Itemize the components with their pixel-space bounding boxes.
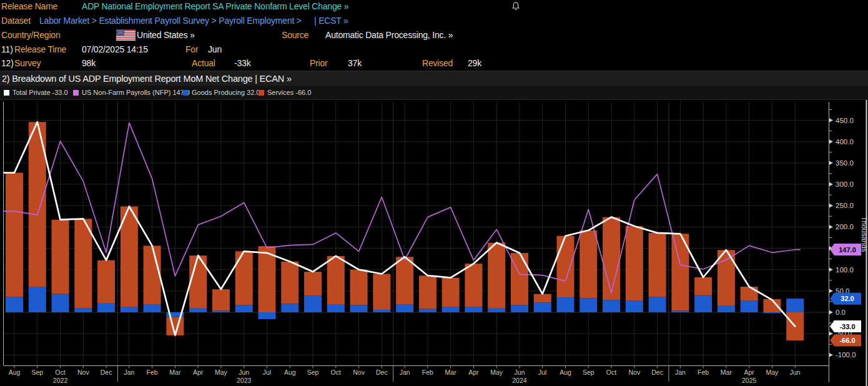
svg-text:300.0: 300.0 — [836, 181, 854, 188]
prior-label: Prior — [310, 58, 328, 68]
dataset-breadcrumb-link[interactable]: Labor Market > Establishment Payroll Sur… — [39, 16, 302, 26]
x-axis: AugSepOctNovDecJanFebMarAprMayJunJulAugS… — [9, 365, 801, 384]
svg-text:Apr: Apr — [193, 369, 204, 376]
source-label: Source — [282, 30, 308, 40]
svg-text:Jul: Jul — [263, 369, 271, 376]
svg-text:May: May — [490, 369, 503, 376]
legend-label-services: Services -66.0 — [267, 89, 311, 96]
svg-text:Feb: Feb — [147, 369, 158, 376]
last-value-badges: 147.032.0-33.0-66.0 — [830, 244, 861, 347]
field-number-11[interactable]: 11) — [1, 44, 13, 54]
country-region-label: Country/Region — [1, 30, 60, 40]
prior-value: 37k — [348, 58, 362, 68]
svg-text:Nov: Nov — [628, 369, 640, 376]
svg-text:Jan: Jan — [124, 369, 134, 376]
release-time-value: 07/02/2025 14:15 — [82, 44, 148, 54]
bloomberg-economic-release-screen: -100.0-50.00.050.0100.0150.0200.0250.030… — [0, 0, 868, 386]
legend-label-goods-producing: Goods Producing 32.0 — [192, 89, 260, 96]
for-label: For — [185, 44, 198, 54]
legend-item-goods-producing[interactable]: Goods Producing 32.0 — [183, 86, 260, 99]
alert-bell-icon[interactable] — [511, 1, 521, 11]
actual-value: -33k — [234, 58, 250, 68]
svg-text:Aug: Aug — [9, 369, 21, 376]
svg-text:Nov: Nov — [77, 369, 89, 376]
svg-text:Oct: Oct — [331, 369, 341, 376]
ecst-link[interactable]: | ECST » — [314, 16, 348, 26]
country-link[interactable]: United States » — [137, 30, 195, 40]
svg-text:Dec: Dec — [376, 369, 388, 376]
chart-section-titlebar: 2) Breakdown of US ADP Employment Report… — [0, 71, 868, 86]
svg-text:Jul: Jul — [538, 369, 546, 376]
release-name-label: Release Name — [1, 1, 57, 11]
release-time-label: Release Time — [14, 44, 66, 54]
svg-text:Dec: Dec — [651, 369, 663, 376]
svg-text:Feb: Feb — [698, 369, 709, 376]
dataset-label: Dataset — [1, 16, 31, 26]
svg-text:147.0: 147.0 — [839, 246, 856, 254]
svg-text:450.0: 450.0 — [836, 117, 854, 124]
svg-text:-100.0: -100.0 — [836, 351, 856, 359]
svg-text:Sep: Sep — [31, 369, 43, 376]
revised-value: 29k — [468, 58, 481, 68]
svg-text:Dec: Dec — [101, 369, 112, 376]
survey-label: Survey — [14, 58, 41, 68]
svg-text:Mar: Mar — [445, 369, 457, 376]
for-value: Jun — [208, 44, 222, 54]
svg-text:Jun: Jun — [790, 369, 801, 376]
svg-text:May: May — [766, 369, 779, 376]
svg-text:350.0: 350.0 — [836, 159, 854, 167]
svg-text:2023: 2023 — [237, 377, 252, 384]
svg-text:Aug: Aug — [560, 369, 571, 376]
svg-text:32.0: 32.0 — [841, 295, 854, 302]
revised-label: Revised — [422, 58, 453, 68]
legend-item-services[interactable]: Services -66.0 — [259, 86, 311, 99]
svg-text:Apr: Apr — [744, 369, 755, 376]
svg-text:May: May — [215, 369, 228, 376]
svg-text:2025: 2025 — [742, 377, 757, 384]
svg-text:Jun: Jun — [514, 369, 525, 376]
legend-label-total-private: Total Private -33.0 — [12, 89, 68, 96]
svg-text:Jan: Jan — [675, 369, 686, 376]
release-name-link[interactable]: ADP National Employment Report SA Privat… — [82, 1, 348, 11]
legend-swatch-goods-producing — [183, 90, 189, 96]
svg-text:Mar: Mar — [721, 369, 732, 376]
svg-text:100.0: 100.0 — [836, 266, 854, 274]
svg-text:Feb: Feb — [422, 369, 433, 376]
svg-text:Mar: Mar — [169, 369, 181, 376]
legend-swatch-services — [259, 90, 264, 96]
legend-label-nfp: US Non-Farm Payrolls (NFP) 147.0 — [82, 89, 190, 96]
y-axis-unit-label: Thousands — [861, 217, 868, 252]
chart-legend: Total Private -33.0 US Non-Farm Payrolls… — [0, 86, 868, 100]
svg-text:Oct: Oct — [55, 369, 65, 376]
svg-text:Jun: Jun — [239, 369, 249, 376]
source-link[interactable]: Automatic Data Processing, Inc. » — [325, 30, 453, 40]
legend-item-nfp[interactable]: US Non-Farm Payrolls (NFP) 147.0 — [73, 86, 190, 99]
svg-text:Jan: Jan — [400, 369, 410, 376]
svg-text:Aug: Aug — [284, 369, 296, 376]
chart-section-title-link[interactable]: 2) Breakdown of US ADP Employment Report… — [2, 74, 292, 84]
svg-text:2024: 2024 — [512, 377, 527, 384]
svg-text:Apr: Apr — [468, 369, 479, 376]
legend-item-total-private[interactable]: Total Private -33.0 — [4, 86, 68, 99]
svg-text:Sep: Sep — [583, 369, 594, 376]
svg-text:Oct: Oct — [606, 369, 616, 376]
actual-label: Actual — [192, 58, 215, 68]
svg-text:400.0: 400.0 — [836, 138, 854, 146]
svg-text:Sep: Sep — [307, 369, 319, 376]
svg-text:0.0: 0.0 — [836, 309, 846, 316]
svg-text:Nov: Nov — [353, 369, 365, 376]
legend-swatch-total-private — [4, 90, 9, 96]
legend-swatch-nfp — [73, 90, 79, 96]
svg-text:2022: 2022 — [53, 377, 68, 384]
survey-value: 98k — [82, 58, 96, 68]
us-flag-icon — [116, 29, 136, 42]
svg-text:-66.0: -66.0 — [839, 337, 855, 344]
svg-text:-33.0: -33.0 — [839, 323, 855, 330]
svg-text:250.0: 250.0 — [836, 202, 854, 209]
field-number-12[interactable]: 12) — [1, 58, 14, 68]
svg-text:200.0: 200.0 — [836, 223, 854, 230]
